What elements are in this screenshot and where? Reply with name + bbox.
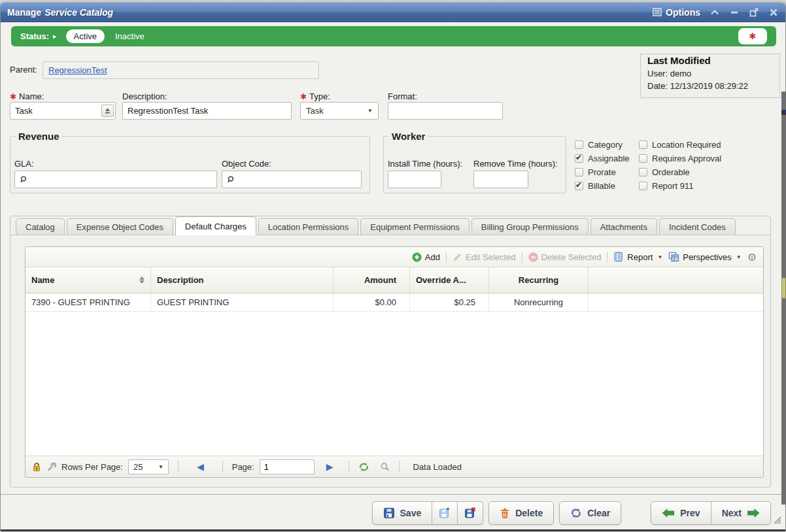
save-close-icon	[464, 507, 476, 519]
checkbox-location-required[interactable]: Location Required	[639, 140, 721, 150]
lock-icon[interactable]	[32, 462, 41, 472]
minimize-button[interactable]	[729, 7, 740, 18]
save-and-close-button[interactable]	[458, 501, 483, 525]
last-modified-date: Date: 12/13/2019 08:29:22	[647, 81, 773, 91]
tab-catalog[interactable]: Catalog	[16, 218, 65, 235]
column-header-amount[interactable]: Amount	[333, 267, 410, 293]
background-fragment	[781, 110, 786, 115]
next-page-button[interactable]: ▶	[326, 461, 333, 472]
status-option-inactive[interactable]: Inactive	[115, 31, 145, 41]
previous-page-button[interactable]: ◀	[197, 461, 204, 472]
search-icon	[226, 175, 235, 184]
save-button[interactable]: Save	[372, 501, 433, 525]
parent-field: RegressionTest	[43, 61, 319, 79]
column-header-description[interactable]: Description	[151, 267, 333, 293]
next-button[interactable]: Next	[711, 501, 771, 525]
perspectives-icon	[668, 252, 679, 262]
tab-incident-codes[interactable]: Incident Codes	[659, 218, 736, 235]
report-label: Report	[627, 252, 653, 262]
page-number-input[interactable]	[260, 459, 315, 474]
search-icon	[19, 175, 27, 184]
status-option-active[interactable]: Active	[66, 29, 105, 43]
format-label: Format:	[388, 91, 417, 101]
checkbox-label: Billable	[588, 181, 615, 191]
checkbox-report-911[interactable]: Report 911	[639, 181, 693, 191]
clear-label: Clear	[587, 508, 610, 518]
title-bar: ManageService Catalog Options	[1, 3, 785, 22]
checkbox-label: Assignable	[588, 154, 630, 163]
checkbox-label: Report 911	[652, 181, 693, 191]
prev-label: Prev	[680, 508, 700, 518]
gla-search-field[interactable]	[14, 171, 217, 188]
search-icon[interactable]	[380, 462, 390, 472]
report-button[interactable]: Report ▼	[613, 252, 662, 262]
delete-selected-button[interactable]: Delete Selected	[528, 252, 602, 262]
footer-separator	[222, 461, 223, 473]
close-button[interactable]	[768, 7, 779, 18]
install-time-input[interactable]	[388, 171, 441, 188]
footer-separator	[399, 461, 400, 473]
cell-amount: $0.00	[333, 293, 410, 311]
save-and-new-button[interactable]	[432, 501, 458, 525]
checkbox-orderable[interactable]: Orderable	[639, 167, 690, 177]
clear-button[interactable]: Clear	[559, 501, 621, 525]
perspectives-label: Perspectives	[683, 252, 731, 262]
checkbox-icon	[575, 154, 583, 163]
tab-location-permissions[interactable]: Location Permissions	[258, 218, 359, 235]
required-indicator-button[interactable]: ✱	[738, 28, 767, 44]
checkbox-requires-approval[interactable]: Requires Approval	[639, 154, 721, 163]
default-charges-grid: Add Edit Selected Delete Selected Report…	[25, 246, 764, 478]
object-code-input[interactable]	[238, 175, 357, 184]
refresh-icon[interactable]	[358, 462, 369, 472]
name-label: ✱Name:	[10, 91, 44, 101]
tab-expense-object-codes[interactable]: Expense Object Codes	[67, 218, 173, 235]
checkbox-category[interactable]: Category	[575, 140, 623, 150]
column-header-recurring[interactable]: Recurring	[489, 267, 589, 293]
delete-button[interactable]: Delete	[488, 501, 554, 525]
collapse-button[interactable]	[709, 7, 720, 18]
checkbox-billable[interactable]: Billable	[575, 181, 615, 191]
tab-billing-group-permissions[interactable]: Billing Group Permissions	[471, 218, 589, 235]
tab-attachments[interactable]: Attachments	[590, 218, 657, 235]
name-expand-button[interactable]	[101, 105, 114, 117]
checkbox-label: Location Required	[652, 140, 721, 150]
checkbox-prorate[interactable]: Prorate	[575, 167, 616, 177]
format-input[interactable]	[388, 102, 503, 120]
grid-settings-gear-icon[interactable]: ⚙	[747, 251, 757, 263]
background-fragment	[781, 278, 786, 299]
remove-time-input[interactable]	[473, 171, 528, 188]
edit-selected-button[interactable]: Edit Selected	[453, 252, 516, 262]
rows-per-page-select[interactable]: 25 ▼	[128, 459, 169, 474]
clear-button-group: Clear	[559, 501, 621, 525]
tab-default-charges[interactable]: Default Charges	[175, 216, 256, 235]
object-code-search-field[interactable]	[222, 171, 362, 188]
parent-link[interactable]: RegressionTest	[48, 65, 107, 75]
wrench-icon[interactable]	[46, 462, 56, 472]
checkbox-assignable[interactable]: Assignable	[575, 154, 630, 163]
description-input[interactable]	[122, 102, 292, 120]
perspectives-button[interactable]: Perspectives ▼	[668, 252, 741, 262]
edit-selected-label: Edit Selected	[466, 252, 516, 262]
chevron-down-icon: ▼	[736, 254, 742, 260]
name-input[interactable]	[10, 102, 116, 120]
options-list-icon	[653, 8, 662, 16]
cell-name: 7390 - GUEST PRINTING	[26, 293, 151, 311]
column-header-override-amount[interactable]: Override A...	[410, 267, 489, 293]
checkbox-label: Category	[588, 140, 623, 150]
options-button[interactable]: Options	[653, 7, 700, 18]
type-selected-value: Task	[306, 106, 324, 116]
tab-equipment-permissions[interactable]: Equipment Permissions	[360, 218, 470, 235]
table-row[interactable]: 7390 - GUEST PRINTING GUEST PRINTING $0.…	[26, 293, 763, 312]
checkbox-icon	[639, 141, 647, 149]
gla-input[interactable]	[31, 175, 213, 184]
resize-grip[interactable]	[772, 515, 781, 526]
type-select[interactable]: Task ▼	[300, 102, 379, 120]
column-header-name[interactable]: Name	[26, 267, 151, 293]
add-button[interactable]: Add	[412, 252, 440, 262]
prev-button[interactable]: Prev	[651, 501, 711, 525]
background-scrollbar-strip	[781, 91, 786, 505]
revenue-title: Revenue	[16, 131, 62, 142]
text-expand-icon	[105, 107, 111, 114]
checkbox-label: Orderable	[652, 167, 690, 177]
popout-button[interactable]	[749, 7, 759, 18]
